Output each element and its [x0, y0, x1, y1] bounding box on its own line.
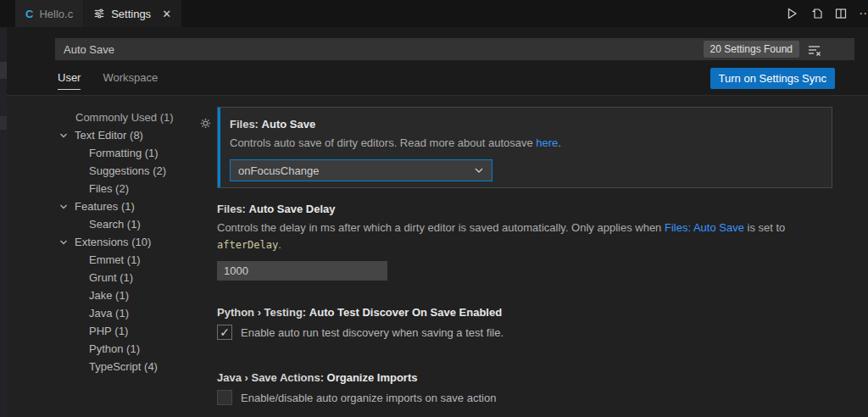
toc-item-commonly-used[interactable]: Commonly Used (1) [51, 108, 217, 126]
setting-title: Files: Auto Save Delay [217, 203, 810, 215]
setting-files-auto-save[interactable]: Files: Auto Save Controls auto save of d… [217, 107, 832, 188]
toc-item-grunt[interactable]: Grunt (1) [51, 269, 217, 286]
checkbox-row: Enable/disable auto organize imports on … [217, 390, 832, 405]
auto-test-discover-checkbox[interactable]: ✓ [217, 325, 232, 340]
activity-bar-notch [0, 62, 7, 79]
tab-label: Settings [111, 8, 151, 20]
settings-header: 20 Settings Found User Workspace Turn on… [0, 27, 868, 96]
gear-icon[interactable] [199, 117, 212, 130]
close-icon[interactable]: ✕ [162, 8, 171, 20]
split-editor-icon[interactable] [834, 7, 848, 20]
setting-description: Controls auto save of dirty editors. Rea… [230, 135, 820, 152]
setting-title: Files: Auto Save [230, 118, 820, 131]
settings-toc: Commonly Used (1) Text Editor (8) Format… [51, 108, 217, 375]
setting-title: Python › Testing: Auto Test Discover On … [217, 306, 832, 319]
toc-item-files[interactable]: Files (2) [51, 180, 217, 197]
auto-save-delay-input[interactable] [217, 261, 387, 281]
setting-java-organize-imports[interactable]: Java › Save Actions: Organize Imports En… [217, 371, 832, 405]
files-auto-save-link[interactable]: Files: Auto Save [665, 221, 744, 234]
editor-actions: ⋯ [785, 0, 868, 27]
settings-sliders-icon [93, 8, 105, 19]
scope-tabs: User Workspace [58, 71, 158, 90]
checkbox-row: ✓ Enable auto run test discovery when sa… [217, 325, 832, 340]
toc-item-emmet[interactable]: Emmet (1) [51, 251, 217, 269]
toc-item-text-editor[interactable]: Text Editor (8) [51, 126, 217, 144]
run-icon[interactable] [785, 7, 798, 20]
tab-settings[interactable]: Settings ✕ [83, 0, 181, 27]
toc-item-typescript[interactable]: TypeScript (4) [51, 358, 217, 375]
auto-save-select[interactable]: onFocusChange [230, 159, 492, 181]
settings-list: Files: Auto Save Controls auto save of d… [217, 107, 832, 405]
editor-tab-bar: C Hello.c Settings ✕ [0, 0, 868, 27]
toc-item-extensions[interactable]: Extensions (10) [51, 233, 217, 251]
tab-label: Hello.c [39, 8, 73, 20]
setting-files-auto-save-delay[interactable]: Files: Auto Save Delay Controls the dela… [217, 203, 810, 281]
toc-item-java[interactable]: Java (1) [51, 304, 217, 322]
setting-python-auto-test-discover[interactable]: Python › Testing: Auto Test Discover On … [217, 306, 832, 340]
activity-bar-edge [0, 27, 7, 417]
filter-settings-icon[interactable] [807, 42, 822, 58]
toc-item-formatting[interactable]: Formatting (1) [51, 144, 217, 162]
toc-item-php[interactable]: PHP (1) [51, 322, 217, 340]
toc-item-features[interactable]: Features (1) [51, 197, 217, 215]
c-file-icon: C [25, 8, 33, 20]
settings-search: 20 Settings Found [55, 38, 854, 60]
here-link[interactable]: here [536, 136, 558, 149]
results-count-badge: 20 Settings Found [704, 41, 799, 58]
tab-hello-c[interactable]: C Hello.c [15, 0, 83, 27]
chevron-down-icon [59, 203, 68, 211]
check-icon: ✓ [220, 325, 230, 339]
toc-item-python[interactable]: Python (1) [51, 340, 217, 358]
chevron-down-icon [59, 238, 68, 247]
open-settings-json-icon[interactable] [810, 7, 823, 20]
chevron-down-icon [59, 131, 68, 140]
tab-workspace-settings[interactable]: Workspace [103, 71, 158, 90]
setting-description: Controls the delay in ms after which a d… [217, 220, 810, 253]
toc-item-search[interactable]: Search (1) [51, 215, 217, 233]
turn-on-settings-sync-button[interactable]: Turn on Settings Sync [710, 68, 835, 89]
tab-user-settings[interactable]: User [58, 71, 81, 90]
toc-item-suggestions[interactable]: Suggestions (2) [51, 162, 217, 180]
activity-bar-notch [0, 116, 7, 130]
toc-item-jake[interactable]: Jake (1) [51, 286, 217, 304]
more-actions-icon[interactable]: ⋯ [859, 6, 868, 21]
setting-title: Java › Save Actions: Organize Imports [217, 371, 832, 384]
chevron-down-icon [474, 165, 484, 175]
after-delay-code: afterDelay [217, 239, 278, 251]
organize-imports-checkbox[interactable] [217, 390, 232, 405]
